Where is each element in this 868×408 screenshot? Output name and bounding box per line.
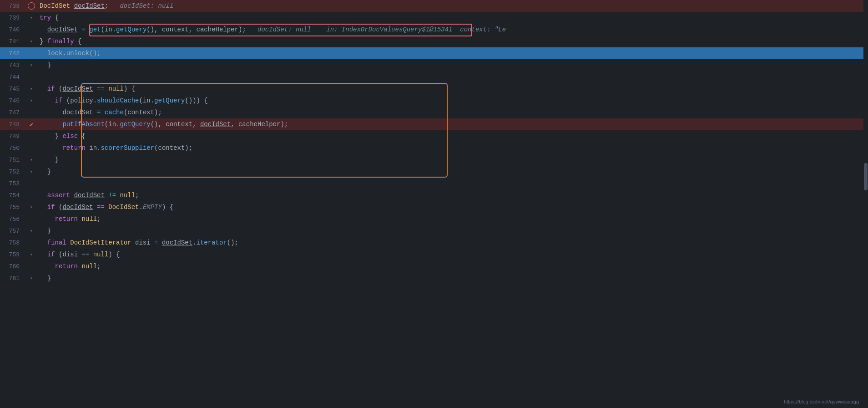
line-number-753: 753 xyxy=(0,180,25,187)
code-line-759: 759 ▾ if (disi == null) { xyxy=(0,249,868,260)
code-line-752: 752 ▾ } xyxy=(0,166,868,178)
gutter-746: ▾ xyxy=(25,97,38,104)
breakpoint-empty-icon[interactable] xyxy=(28,2,35,10)
gutter-759: ▾ xyxy=(25,251,38,258)
gutter-738 xyxy=(25,2,38,10)
code-line-746: 746 ▾ if (policy.shouldCache(in.getQuery… xyxy=(0,95,868,107)
code-line-741: 741 ▾ } finally { xyxy=(0,36,868,47)
line-number-744: 744 xyxy=(0,74,25,81)
fold-icon-743[interactable]: ▾ xyxy=(28,62,35,68)
code-line-758: 758 final DocIdSetIterator disi = docIdS… xyxy=(0,237,868,249)
line-content-751: } xyxy=(38,154,868,166)
line-content-750: return in.scorerSupplier(context); xyxy=(38,142,868,154)
gutter-761: ▾ xyxy=(25,275,38,281)
code-line-743: 743 ▾ } xyxy=(0,59,868,71)
line-content-738: DocIdSet docIdSet; docIdSet: null xyxy=(38,0,868,12)
line-content-746: if (policy.shouldCache(in.getQuery())) { xyxy=(38,95,868,107)
gutter-748: ✔ xyxy=(25,121,38,128)
line-number-754: 754 xyxy=(0,192,25,199)
code-line-742: 742 lock.unlock(); xyxy=(0,47,868,59)
code-line-754: 754 assert docIdSet != null; xyxy=(0,189,868,201)
line-number-739: 739 xyxy=(0,15,25,21)
code-line-757: 757 ▾ } xyxy=(0,225,868,237)
line-number-748: 748 xyxy=(0,121,25,128)
code-line-760: 760 return null; xyxy=(0,260,868,272)
code-editor: 738 DocIdSet docIdSet; docIdSet: null 73… xyxy=(0,0,868,408)
code-line-744: 744 xyxy=(0,71,868,83)
line-content-748: putIfAbsent(in.getQuery(), context, docI… xyxy=(38,118,868,130)
code-line-747: 747 docIdSet = cache(context); xyxy=(0,107,868,118)
line-content-758: final DocIdSetIterator disi = docIdSet.i… xyxy=(38,237,868,249)
gutter-751: ▾ xyxy=(25,157,38,163)
fold-icon-757[interactable]: ▾ xyxy=(28,228,35,234)
fold-icon-752[interactable]: ▾ xyxy=(28,168,35,175)
line-number-761: 761 xyxy=(0,275,25,282)
code-line-755: 755 ▾ if (docIdSet == DocIdSet.EMPTY) { xyxy=(0,201,868,213)
line-content-756: return null; xyxy=(38,213,868,225)
line-number-743: 743 xyxy=(0,62,25,69)
fold-icon-739[interactable]: ▾ xyxy=(28,15,35,21)
line-number-749: 749 xyxy=(0,133,25,140)
fold-icon-751[interactable]: ▾ xyxy=(28,157,35,163)
fold-icon-746[interactable]: ▾ xyxy=(28,97,35,104)
code-line-740: 740 docIdSet = get(in.getQuery(), contex… xyxy=(0,24,868,36)
code-line-753: 753 xyxy=(0,178,868,189)
line-content-761: } xyxy=(38,272,868,284)
gutter-741: ▾ xyxy=(25,38,38,45)
line-content-749: } else { xyxy=(38,130,868,142)
line-content-757: } xyxy=(38,225,868,237)
debug-breakpoint-icon[interactable]: ✔ xyxy=(30,121,33,128)
line-number-756: 756 xyxy=(0,216,25,223)
gutter-743: ▾ xyxy=(25,62,38,68)
line-number-760: 760 xyxy=(0,263,25,270)
code-line-750: 750 return in.scorerSupplier(context); xyxy=(0,142,868,154)
line-number-752: 752 xyxy=(0,168,25,175)
line-content-741: } finally { xyxy=(38,36,868,47)
gutter-757: ▾ xyxy=(25,228,38,234)
line-number-740: 740 xyxy=(0,26,25,33)
line-number-747: 747 xyxy=(0,109,25,116)
line-content-739: try { xyxy=(38,12,868,24)
code-line-756: 756 return null; xyxy=(0,213,868,225)
code-line-749: 749 } else { xyxy=(0,130,868,142)
line-content-759: if (disi == null) { xyxy=(38,249,868,260)
line-number-746: 746 xyxy=(0,97,25,104)
scrollbar-thumb[interactable] xyxy=(864,163,868,190)
code-line-761: 761 ▾ } xyxy=(0,272,868,284)
fold-icon-741[interactable]: ▾ xyxy=(28,38,35,45)
line-number-741: 741 xyxy=(0,38,25,45)
line-content-747: docIdSet = cache(context); xyxy=(38,107,868,118)
line-number-738: 738 xyxy=(0,3,25,10)
code-line-738: 738 DocIdSet docIdSet; docIdSet: null xyxy=(0,0,868,12)
line-content-743: } xyxy=(38,59,868,71)
gutter-739: ▾ xyxy=(25,15,38,21)
scrollbar[interactable] xyxy=(863,0,868,408)
line-number-742: 742 xyxy=(0,50,25,57)
line-content-754: assert docIdSet != null; xyxy=(38,189,868,201)
watermark: https://blog.csdn.net/qqwwssaagg xyxy=(784,399,859,404)
gutter-745: ▾ xyxy=(25,86,38,92)
line-number-751: 751 xyxy=(0,157,25,163)
gutter-752: ▾ xyxy=(25,168,38,175)
code-line-739: 739 ▾ try { xyxy=(0,12,868,24)
line-number-757: 757 xyxy=(0,228,25,235)
line-content-740: docIdSet = get(in.getQuery(), context, c… xyxy=(38,24,868,36)
code-line-751: 751 ▾ } xyxy=(0,154,868,166)
line-number-759: 759 xyxy=(0,251,25,258)
gutter-755: ▾ xyxy=(25,204,38,210)
code-line-748: 748 ✔ putIfAbsent(in.getQuery(), context… xyxy=(0,118,868,130)
line-content-742: lock.unlock(); xyxy=(38,47,868,59)
line-number-745: 745 xyxy=(0,86,25,92)
line-content-755: if (docIdSet == DocIdSet.EMPTY) { xyxy=(38,201,868,213)
line-number-758: 758 xyxy=(0,240,25,246)
fold-icon-761[interactable]: ▾ xyxy=(28,275,35,281)
code-line-745: 745 ▾ if (docIdSet == null) { xyxy=(0,83,868,95)
fold-icon-755[interactable]: ▾ xyxy=(28,204,35,210)
line-number-750: 750 xyxy=(0,145,25,152)
fold-icon-759[interactable]: ▾ xyxy=(28,251,35,258)
line-number-755: 755 xyxy=(0,204,25,211)
line-content-760: return null; xyxy=(38,260,868,272)
fold-icon-745[interactable]: ▾ xyxy=(28,86,35,92)
line-content-752: } xyxy=(38,166,868,178)
line-content-745: if (docIdSet == null) { xyxy=(38,83,868,95)
